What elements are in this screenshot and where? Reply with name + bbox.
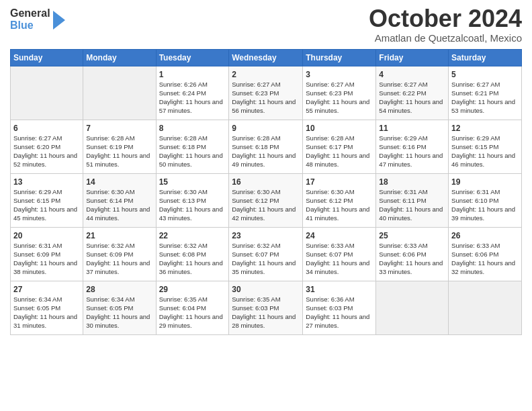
daylight-text: Daylight: 11 hours and 30 minutes. <box>86 313 150 329</box>
location: Amatlan de Quetzalcoatl, Mexico <box>369 32 522 44</box>
logo-graphic: General Blue <box>10 7 65 32</box>
week-row-3: 13 Sunrise: 6:29 AM Sunset: 6:15 PM Dayl… <box>11 174 522 228</box>
daylight-text: Daylight: 11 hours and 51 minutes. <box>86 152 150 168</box>
sunrise-text: Sunrise: 6:32 AM <box>86 242 134 249</box>
calendar-cell: 19 Sunrise: 6:31 AM Sunset: 6:10 PM Dayl… <box>449 174 522 228</box>
calendar-cell: 28 Sunrise: 6:34 AM Sunset: 6:05 PM Dayl… <box>83 281 156 335</box>
weekday-header-wednesday: Wednesday <box>229 50 303 66</box>
day-number: 11 <box>379 123 445 134</box>
day-number: 7 <box>86 123 152 134</box>
calendar-cell: 11 Sunrise: 6:29 AM Sunset: 6:16 PM Dayl… <box>376 120 449 174</box>
day-number: 24 <box>306 230 373 241</box>
day-number: 17 <box>306 177 373 187</box>
day-number: 22 <box>159 230 226 241</box>
calendar-cell: 24 Sunrise: 6:33 AM Sunset: 6:07 PM Dayl… <box>303 228 376 281</box>
day-number: 4 <box>379 69 445 80</box>
sunset-text: Sunset: 6:15 PM <box>13 197 60 204</box>
sunset-text: Sunset: 6:24 PM <box>159 89 206 97</box>
day-number: 13 <box>13 177 80 187</box>
day-number: 10 <box>306 123 373 134</box>
daylight-text: Daylight: 11 hours and 37 minutes. <box>86 259 150 275</box>
sunrise-text: Sunrise: 6:29 AM <box>13 188 62 195</box>
day-number: 18 <box>379 177 445 187</box>
sunrise-text: Sunrise: 6:30 AM <box>232 188 280 195</box>
sunrise-text: Sunrise: 6:30 AM <box>159 188 208 195</box>
sunrise-text: Sunrise: 6:28 AM <box>306 134 354 142</box>
sunrise-text: Sunrise: 6:26 AM <box>159 81 208 88</box>
calendar-cell: 17 Sunrise: 6:30 AM Sunset: 6:12 PM Dayl… <box>303 174 376 228</box>
day-number: 9 <box>232 123 300 134</box>
sunset-text: Sunset: 6:23 PM <box>306 89 353 97</box>
logo-triangle-icon <box>50 7 65 32</box>
logo: General Blue <box>10 7 65 32</box>
sunset-text: Sunset: 6:10 PM <box>451 197 498 204</box>
sunrise-text: Sunrise: 6:27 AM <box>13 134 62 142</box>
week-row-1: 1 Sunrise: 6:26 AM Sunset: 6:24 PM Dayli… <box>11 66 522 120</box>
week-row-2: 6 Sunrise: 6:27 AM Sunset: 6:20 PM Dayli… <box>11 120 522 174</box>
logo-general: General <box>10 7 50 19</box>
calendar-cell: 9 Sunrise: 6:28 AM Sunset: 6:18 PM Dayli… <box>229 120 303 174</box>
week-row-4: 20 Sunrise: 6:31 AM Sunset: 6:09 PM Dayl… <box>11 228 522 281</box>
calendar-cell: 14 Sunrise: 6:30 AM Sunset: 6:14 PM Dayl… <box>83 174 156 228</box>
sunrise-text: Sunrise: 6:31 AM <box>379 188 427 195</box>
weekday-header-row: SundayMondayTuesdayWednesdayThursdayFrid… <box>11 50 522 66</box>
daylight-text: Daylight: 11 hours and 55 minutes. <box>306 98 369 114</box>
svg-marker-0 <box>53 11 65 30</box>
calendar-cell: 25 Sunrise: 6:33 AM Sunset: 6:06 PM Dayl… <box>376 228 449 281</box>
daylight-text: Daylight: 11 hours and 36 minutes. <box>159 259 223 275</box>
sunrise-text: Sunrise: 6:35 AM <box>232 295 280 303</box>
sunrise-text: Sunrise: 6:30 AM <box>86 188 134 195</box>
sunset-text: Sunset: 6:08 PM <box>159 250 206 258</box>
daylight-text: Daylight: 11 hours and 49 minutes. <box>232 152 296 168</box>
calendar-cell: 21 Sunrise: 6:32 AM Sunset: 6:09 PM Dayl… <box>83 228 156 281</box>
daylight-text: Daylight: 11 hours and 40 minutes. <box>379 205 443 222</box>
sunset-text: Sunset: 6:13 PM <box>159 197 206 204</box>
daylight-text: Daylight: 11 hours and 56 minutes. <box>232 98 296 114</box>
sunset-text: Sunset: 6:17 PM <box>306 143 353 150</box>
calendar-cell: 13 Sunrise: 6:29 AM Sunset: 6:15 PM Dayl… <box>11 174 83 228</box>
day-number: 21 <box>86 230 152 241</box>
day-number: 23 <box>232 230 300 241</box>
calendar-cell: 12 Sunrise: 6:29 AM Sunset: 6:15 PM Dayl… <box>449 120 522 174</box>
calendar-cell: 6 Sunrise: 6:27 AM Sunset: 6:20 PM Dayli… <box>11 120 83 174</box>
sunrise-text: Sunrise: 6:35 AM <box>159 295 208 303</box>
sunset-text: Sunset: 6:04 PM <box>159 304 206 312</box>
daylight-text: Daylight: 11 hours and 35 minutes. <box>232 259 296 275</box>
day-number: 8 <box>159 123 226 134</box>
day-number: 3 <box>306 69 373 80</box>
weekday-header-friday: Friday <box>376 50 449 66</box>
calendar-cell: 8 Sunrise: 6:28 AM Sunset: 6:18 PM Dayli… <box>156 120 229 174</box>
daylight-text: Daylight: 11 hours and 38 minutes. <box>13 259 77 275</box>
sunrise-text: Sunrise: 6:34 AM <box>13 295 62 303</box>
sunset-text: Sunset: 6:16 PM <box>379 143 426 150</box>
calendar-cell: 4 Sunrise: 6:27 AM Sunset: 6:22 PM Dayli… <box>376 66 449 120</box>
day-number: 2 <box>232 69 300 80</box>
sunrise-text: Sunrise: 6:33 AM <box>306 242 354 249</box>
calendar-cell <box>83 66 156 120</box>
sunset-text: Sunset: 6:07 PM <box>306 250 353 258</box>
daylight-text: Daylight: 11 hours and 47 minutes. <box>379 152 443 168</box>
sunset-text: Sunset: 6:05 PM <box>86 304 133 312</box>
weekday-header-saturday: Saturday <box>449 50 522 66</box>
sunset-text: Sunset: 6:19 PM <box>86 143 133 150</box>
sunset-text: Sunset: 6:06 PM <box>451 250 498 258</box>
calendar-cell: 22 Sunrise: 6:32 AM Sunset: 6:08 PM Dayl… <box>156 228 229 281</box>
day-number: 27 <box>13 284 80 295</box>
day-number: 12 <box>451 123 519 134</box>
daylight-text: Daylight: 11 hours and 48 minutes. <box>306 152 369 168</box>
day-number: 19 <box>451 177 519 187</box>
daylight-text: Daylight: 11 hours and 44 minutes. <box>86 205 150 222</box>
calendar-cell <box>376 281 449 335</box>
logo-blue: Blue <box>10 19 50 32</box>
calendar-cell: 1 Sunrise: 6:26 AM Sunset: 6:24 PM Dayli… <box>156 66 229 120</box>
day-number: 30 <box>232 284 300 295</box>
calendar-cell: 23 Sunrise: 6:32 AM Sunset: 6:07 PM Dayl… <box>229 228 303 281</box>
day-number: 26 <box>451 230 519 241</box>
day-number: 31 <box>306 284 373 295</box>
calendar-cell: 5 Sunrise: 6:27 AM Sunset: 6:21 PM Dayli… <box>449 66 522 120</box>
sunset-text: Sunset: 6:18 PM <box>232 143 279 150</box>
calendar-cell: 18 Sunrise: 6:31 AM Sunset: 6:11 PM Dayl… <box>376 174 449 228</box>
sunrise-text: Sunrise: 6:33 AM <box>379 242 427 249</box>
daylight-text: Daylight: 11 hours and 41 minutes. <box>306 205 369 222</box>
calendar-cell: 2 Sunrise: 6:27 AM Sunset: 6:23 PM Dayli… <box>229 66 303 120</box>
